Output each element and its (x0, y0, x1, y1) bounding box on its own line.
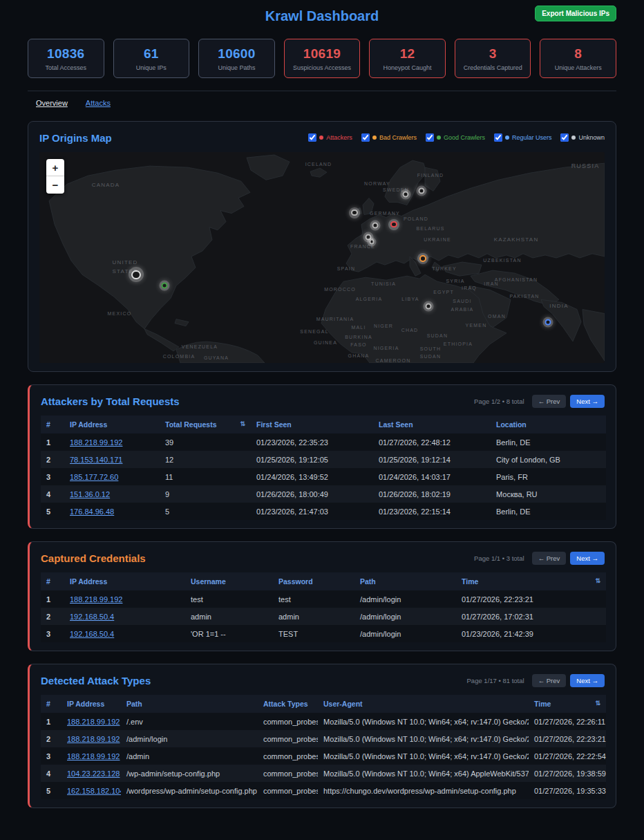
col-total-requests[interactable]: Total Requests⇅ (160, 416, 251, 433)
map-canvas[interactable]: + − CANADAICELANDRUSSIANORWAYSWEDENFINLA… (39, 152, 605, 363)
legend-dot-icon (571, 136, 576, 140)
map-marker[interactable] (401, 189, 411, 200)
table-row[interactable]: 5 176.84.96.48 5 01/23/2026, 21:47:03 01… (41, 503, 606, 520)
zoom-in-button[interactable]: + (46, 159, 64, 176)
location-cell: City of London, GB (491, 451, 606, 468)
export-malicious-ips-button[interactable]: Export Malicious IPs (535, 6, 616, 21)
col-attack-types[interactable]: Attack Types (258, 695, 318, 713)
col-time[interactable]: Time⇅ (529, 695, 606, 713)
col-ip-address[interactable]: IP Address (61, 695, 121, 713)
legend-checkbox[interactable] (308, 133, 316, 142)
ip-link[interactable]: 185.177.72.60 (70, 473, 118, 481)
tab-overview[interactable]: Overview (36, 99, 68, 107)
legend-checkbox[interactable] (361, 133, 370, 142)
path-cell: /admin/login (121, 730, 258, 747)
map-marker[interactable] (543, 317, 553, 327)
col-num[interactable]: # (41, 416, 64, 433)
map-marker[interactable] (417, 253, 428, 264)
legend-checkbox[interactable] (560, 133, 569, 142)
next-page-button[interactable]: Next → (570, 674, 605, 687)
col-last-seen[interactable]: Last Seen (373, 416, 491, 433)
ip-cell: 188.218.99.192 (61, 747, 121, 765)
table-row[interactable]: 3 185.177.72.60 11 01/24/2026, 13:49:52 … (41, 468, 606, 485)
attack-types-cell: common_probes (258, 713, 318, 730)
stat-card: 8 Unique Attackers (540, 39, 616, 78)
map-marker[interactable] (349, 207, 360, 218)
map-panel-title: IP Origins Map (39, 132, 112, 144)
legend-checkbox[interactable] (494, 133, 502, 142)
table-row[interactable]: 2 78.153.140.171 12 01/25/2026, 19:12:05… (41, 451, 606, 468)
map-marker[interactable] (160, 281, 170, 291)
map-marker[interactable] (129, 267, 144, 282)
attackers-panel-title: Attackers by Total Requests (41, 395, 180, 407)
ip-link[interactable]: 78.153.140.171 (70, 456, 122, 464)
ip-link[interactable]: 104.23.223.128 (67, 769, 120, 778)
sort-icon[interactable]: ⇅ (595, 577, 600, 584)
col-path[interactable]: Path (121, 695, 258, 713)
table-row[interactable]: 4 104.23.223.128 /wp-admin/setup-config.… (41, 765, 606, 782)
table-row[interactable]: 3 188.218.99.192 /admin common_probes Mo… (41, 747, 606, 765)
table-header-row: # IP Address Path Attack Types User-Agen… (41, 695, 606, 713)
sort-icon[interactable]: ⇅ (595, 700, 600, 707)
ip-cell: 185.177.72.60 (64, 468, 160, 485)
tab-attacks[interactable]: Attacks (86, 99, 111, 107)
col-num[interactable]: # (41, 695, 61, 713)
legend-checkbox[interactable] (426, 133, 434, 142)
table-row[interactable]: 2 188.218.99.192 /admin/login common_pro… (41, 730, 606, 747)
stat-card: 3 Credentials Captured (455, 39, 531, 78)
next-page-button[interactable]: Next → (570, 395, 605, 408)
col-password[interactable]: Password (273, 572, 354, 590)
stat-card: 61 Unique IPs (113, 39, 190, 78)
table-row[interactable]: 2 192.168.50.4 admin admin /admin/login … (41, 608, 606, 625)
ip-link[interactable]: 151.36.0.12 (70, 490, 110, 498)
col-first-seen[interactable]: First Seen (251, 416, 373, 433)
ip-link[interactable]: 162.158.182.104 (67, 787, 121, 795)
prev-page-button[interactable]: ← Prev (532, 674, 567, 687)
ip-link[interactable]: 188.218.99.192 (70, 438, 122, 447)
ip-link[interactable]: 188.218.99.192 (67, 718, 120, 726)
map-marker[interactable] (370, 220, 381, 230)
row-number: 3 (41, 625, 64, 642)
stat-card: 10600 Unique Paths (198, 39, 275, 78)
col-ip-address[interactable]: IP Address (64, 416, 160, 433)
pagination: Page 1/17 • 81 total ← Prev Next → (467, 674, 605, 687)
table-row[interactable]: 5 162.158.182.104 /wordpress/wp-admin/se… (41, 782, 606, 799)
col-user-agent[interactable]: User-Agent (318, 695, 529, 713)
sort-icon[interactable]: ⇅ (240, 420, 245, 427)
ip-link[interactable]: 176.84.96.48 (70, 507, 114, 516)
table-row[interactable]: 1 188.218.99.192 /.env common_probes Moz… (41, 713, 606, 730)
legend-item: Attackers (308, 133, 352, 142)
col-label: Time (534, 700, 551, 708)
table-row[interactable]: 1 188.218.99.192 39 01/23/2026, 22:35:23… (41, 433, 606, 451)
table-row[interactable]: 4 151.36.0.12 9 01/26/2026, 18:00:49 01/… (41, 485, 606, 503)
col-num[interactable]: # (41, 572, 64, 590)
ip-link[interactable]: 192.168.50.4 (70, 613, 114, 621)
table-row[interactable]: 3 192.168.50.4 'OR 1=1 -- TEST /admin/lo… (41, 625, 606, 642)
col-username[interactable]: Username (185, 572, 273, 590)
map-marker[interactable] (388, 219, 399, 230)
table-row[interactable]: 1 188.218.99.192 test test /admin/login … (41, 590, 606, 608)
col-path[interactable]: Path (354, 572, 456, 590)
ip-link[interactable]: 188.218.99.192 (67, 735, 120, 743)
next-page-button[interactable]: Next → (570, 552, 605, 565)
page-info: Page 1/1 • 3 total (474, 554, 524, 562)
row-number: 1 (41, 590, 64, 608)
username-cell: 'OR 1=1 -- (185, 625, 273, 642)
prev-page-button[interactable]: ← Prev (532, 395, 567, 408)
legend-label: Unknown (578, 134, 605, 141)
map-marker[interactable] (424, 301, 434, 312)
col-ip-address[interactable]: IP Address (64, 572, 185, 590)
attack-types-panel-title: Detected Attack Types (41, 675, 151, 687)
user-agent-cell: Mozilla/5.0 (Windows NT 10.0; Win64; x64… (318, 713, 529, 730)
map-marker[interactable] (417, 186, 427, 196)
col-time[interactable]: Time⇅ (456, 572, 606, 590)
ip-link[interactable]: 188.218.99.192 (67, 752, 120, 760)
zoom-out-button[interactable]: − (46, 176, 64, 194)
map-marker[interactable] (368, 237, 377, 246)
header: Krawl Dashboard Export Malicious IPs (28, 0, 616, 29)
page-info: Page 1/17 • 81 total (467, 677, 524, 684)
ip-link[interactable]: 192.168.50.4 (70, 630, 114, 638)
ip-link[interactable]: 188.218.99.192 (70, 595, 122, 604)
prev-page-button[interactable]: ← Prev (532, 552, 567, 565)
col-location[interactable]: Location (491, 416, 606, 433)
